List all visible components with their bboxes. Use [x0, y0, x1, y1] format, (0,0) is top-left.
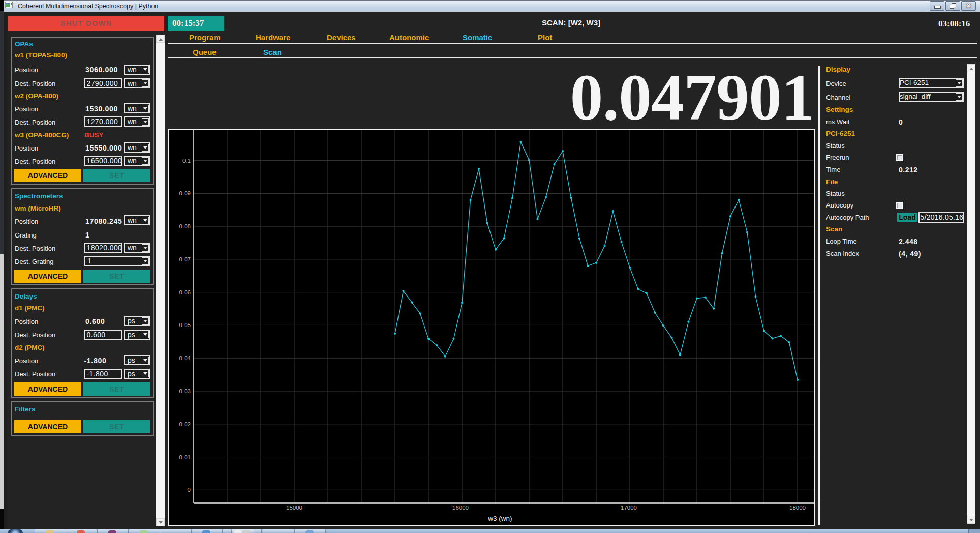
svg-text:0.07: 0.07	[179, 256, 191, 262]
svg-text:15000: 15000	[286, 505, 302, 511]
svg-text:0.1: 0.1	[182, 158, 191, 164]
svg-text:0.06: 0.06	[179, 289, 191, 295]
svg-text:0.02: 0.02	[179, 421, 191, 427]
svg-text:0.09: 0.09	[179, 190, 191, 196]
svg-text:0.08: 0.08	[179, 223, 191, 229]
svg-text:17000: 17000	[621, 505, 637, 511]
svg-text:w3 (wn): w3 (wn)	[487, 515, 512, 522]
svg-text:18000: 18000	[789, 505, 806, 511]
svg-text:0.03: 0.03	[179, 388, 191, 394]
svg-text:0: 0	[188, 487, 191, 493]
svg-text:0.01: 0.01	[179, 454, 191, 460]
svg-text:0.04: 0.04	[179, 355, 191, 361]
svg-text:0.05: 0.05	[179, 322, 191, 328]
svg-text:16000: 16000	[452, 505, 469, 511]
